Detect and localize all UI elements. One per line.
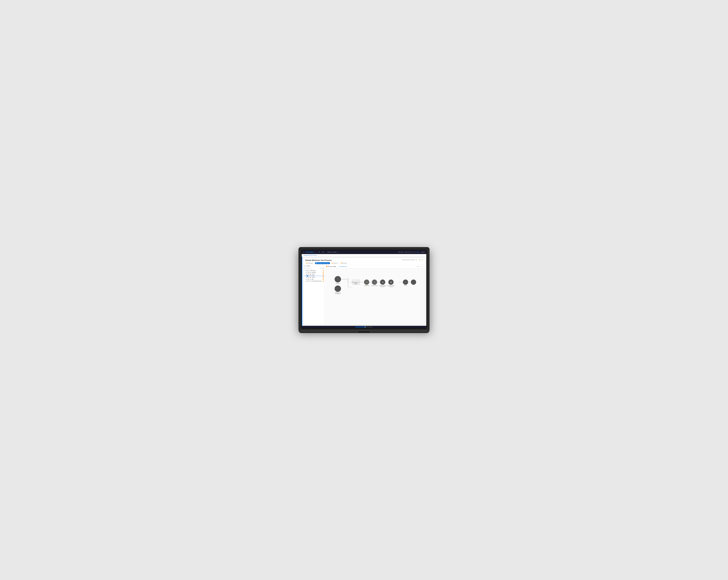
node-mapping-label-2: Safe Point (355, 283, 358, 283)
node-retrieve-cbcr-label: Retrieve CBCR Data (371, 285, 378, 286)
panel-close-icon[interactable]: ✕ (422, 259, 423, 260)
tab-dot-transitional (316, 263, 317, 264)
flow-diagram[interactable]: ⬆ Data Upload 📄 Mapping Source Account -… (325, 268, 425, 325)
bottom-progress-bar (302, 326, 426, 328)
tree-item-p2-cn[interactable]: ▶ ✓ P2_CN - China (304, 275, 324, 277)
laptop-base (298, 330, 430, 333)
screen-bezel: ≡ CCH® Tagetik ⌂ | PK User | Pillar Two … (301, 250, 427, 329)
flow-title: P2_CN - China (326, 266, 336, 267)
breadcrumb-link[interactable]: Global Minimum Tax Process (304, 255, 317, 256)
flow-right-actions: ⊞ ≡ — (417, 266, 423, 267)
node-next-circle[interactable] (411, 279, 416, 285)
tree-filter-icons: ▼ ✏ ⚙ (320, 268, 324, 269)
node-data-upload-label: Data Upload (336, 283, 340, 284)
node-safe-harbour-check-label-1: Safe Harbour Data Check (379, 285, 386, 286)
checkbox-p2-01[interactable] (306, 270, 307, 271)
pillar-dropdown-icon[interactable]: ▾ (338, 252, 339, 253)
flow-actions: ✏ Submission log (338, 266, 346, 267)
expand-icon-p2-cn[interactable]: ▶ (306, 275, 307, 276)
checkbox-p2-cn[interactable]: ✓ (307, 275, 308, 276)
flow-entity-name: P2_CN - China (328, 266, 336, 267)
panel-notes-icon[interactable]: 📋 (419, 259, 420, 260)
flow-icon-btn-1[interactable]: ⊞ (417, 266, 419, 267)
collapse-button[interactable]: Collapse (306, 266, 310, 267)
breadcrumb-bar: Global Minimum Tax Process (302, 254, 426, 257)
tab-globe-full[interactable]: GloBe Full (331, 262, 339, 264)
nav-pipe: | (419, 252, 420, 253)
home-icon[interactable]: ⌂ (314, 251, 316, 253)
logout-button[interactable]: Logout (421, 251, 425, 253)
tree-search-input[interactable]: Find Element (306, 268, 320, 269)
laptop-body: ≡ CCH® Tagetik ⌂ | PK User | Pillar Two … (298, 247, 430, 330)
tab-label-initialization: Initialization (308, 263, 313, 264)
progress-thumb[interactable] (365, 326, 366, 328)
user-icon[interactable]: 👤 (417, 252, 419, 253)
panel-meta: Business Cycle: 2023P2_M - 12 📋 ● ✕ (402, 259, 423, 260)
flow-icon-btn-2[interactable]: ≡ (419, 266, 421, 267)
expand-icon-p2-it[interactable]: ▶ (306, 279, 307, 280)
tree-item-p2-it[interactable]: ▶ P2_IT - Italy (304, 278, 324, 280)
nav-pk[interactable]: PK (318, 251, 320, 253)
tab-transitional[interactable]: Transitional Safe Harbour (315, 262, 330, 264)
tree-item-p2-br[interactable]: ▶ P2_BR - Brazil (304, 273, 324, 275)
tools-icon[interactable]: ⚙ (323, 268, 324, 269)
label-p2-br: P2_BR - Brazil (308, 274, 322, 275)
tree-collapse-icon: ⊞ (305, 266, 305, 267)
tab-reporting[interactable]: Reporting (340, 262, 348, 264)
tab-label-transitional: Transitional Safe Harbour (317, 263, 329, 264)
node-load-mapping-circle[interactable] (335, 285, 341, 292)
nav-user[interactable]: User (321, 251, 325, 253)
node-mapping-label-1: Mapping Source Account - (352, 282, 360, 283)
flow-icon-btn-3[interactable]: — (421, 266, 423, 267)
env-label: DEMO_INT1 - DEMO_INT1 (398, 252, 411, 253)
edit-icon[interactable]: ✏ (322, 268, 322, 269)
expand-icon-p2-ie[interactable]: ▶ (306, 277, 307, 278)
tree-item-p2-us[interactable]: ▶ P2_US - United States of Ameri... (304, 280, 324, 282)
hamburger-menu[interactable]: ≡ (303, 251, 305, 253)
tree-item-p2-au[interactable]: ▶ P2_AU - Australia (304, 272, 324, 273)
label-p2-it: P2_IT - Italy (308, 279, 322, 280)
node-data-upload-circle[interactable] (335, 276, 341, 282)
top-nav: ≡ CCH® Tagetik ⌂ | PK User | Pillar Two … (302, 250, 426, 254)
checkbox-p2-us[interactable] (307, 280, 308, 282)
expand-icon-p2-br[interactable]: ▶ (306, 274, 307, 275)
checkbox-p2-it[interactable] (307, 279, 308, 280)
checkbox-p2-au[interactable] (307, 272, 308, 273)
tab-dot-globe (332, 263, 333, 264)
dot-p2-it (323, 279, 324, 280)
expand-icon-p2-au[interactable]: ▶ (306, 272, 307, 273)
tab-label-globe: GloBe Full (333, 263, 338, 264)
filter-icon[interactable]: ▼ (320, 268, 321, 269)
left-sidebar-accent (302, 257, 302, 326)
tree-item-p2-ie[interactable]: ▶ P2_IE - Ireland (304, 277, 324, 278)
progress-label: 0/0 (412, 252, 413, 253)
checkbox-p2-ie[interactable] (307, 277, 308, 278)
node-apply-mapping-label: Apply Mapping (364, 285, 369, 286)
business-cycle-label: Business Cycle: (402, 259, 410, 260)
flow-entity-dot (326, 266, 327, 267)
node-mapping-icon: 📄 (356, 280, 357, 281)
node-load-mapping-label-1: Load/Mapping Source (335, 293, 341, 293)
checkbox-p2-br[interactable] (307, 274, 308, 275)
settings-icon[interactable]: ⚙ (414, 252, 415, 253)
submission-log-button[interactable]: Submission log (340, 266, 346, 267)
search-row: 🔍 Find Element ▼ ✏ ⚙ (304, 267, 324, 270)
grid-icon[interactable]: ⊞ (416, 252, 416, 253)
business-cycle-value: 2023P2_M - 12 (410, 259, 417, 260)
panel-title: Global Minimum Tax Process (305, 259, 332, 261)
tree-toolbar: ⊞ Collapse (304, 265, 324, 267)
expand-icon-p2-01[interactable]: ▼ (305, 270, 306, 271)
nav-pillar[interactable]: Pillar Two · Int New 2 (327, 251, 338, 253)
panel-title-row: Global Minimum Tax Process Business Cycl… (305, 259, 423, 261)
tab-initialization[interactable]: Initialization (305, 262, 314, 264)
panel-alert-icon[interactable]: ● (421, 259, 422, 260)
label-p2-01: P2_01 - MNE Group (307, 270, 322, 271)
tree-item-p2-01[interactable]: ▼ P2_01 - MNE Group (304, 270, 324, 272)
dot-p2-au (323, 272, 324, 273)
dot-p2-us (323, 281, 324, 281)
connector-1 (341, 279, 352, 282)
node-load-mapping-label-2: after Safe-Point (335, 294, 340, 294)
expand-icon-p2-us[interactable]: ▶ (306, 280, 307, 282)
laptop-container: ≡ CCH® Tagetik ⌂ | PK User | Pillar Two … (298, 247, 430, 333)
progress-fill (355, 327, 366, 327)
